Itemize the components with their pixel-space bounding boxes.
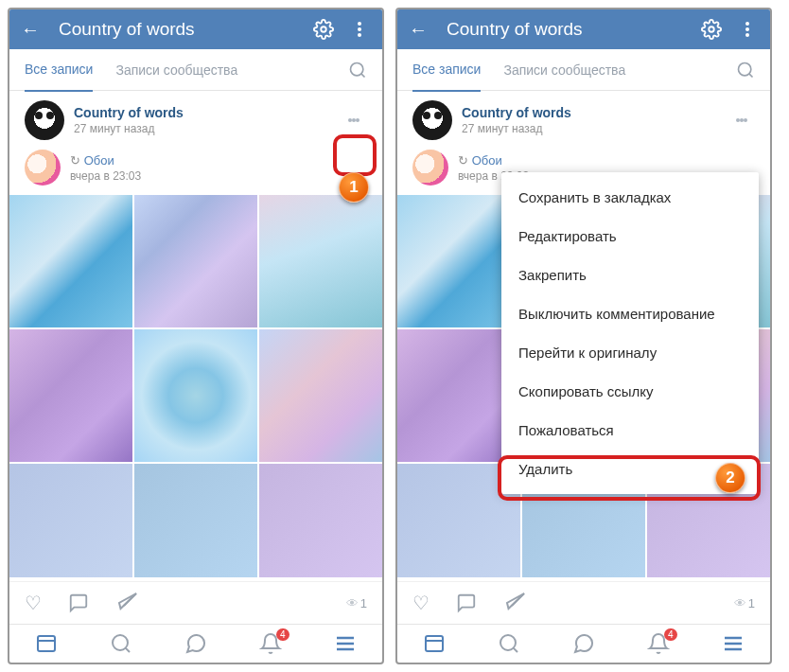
image-gallery[interactable] bbox=[9, 195, 382, 577]
gear-icon[interactable] bbox=[700, 18, 723, 41]
svg-point-5 bbox=[739, 62, 751, 75]
post-actions: ♡ 1 bbox=[397, 581, 770, 624]
svg-point-3 bbox=[113, 635, 128, 650]
share-icon[interactable] bbox=[115, 592, 138, 614]
menu-disable-comments[interactable]: Выключить комментирование bbox=[501, 294, 759, 333]
nav-feed-icon[interactable] bbox=[35, 632, 58, 655]
views-count: 1 bbox=[346, 596, 367, 610]
phone-left: ← Country of words Все записи Записи соо… bbox=[8, 8, 384, 664]
comment-icon[interactable] bbox=[68, 592, 89, 613]
nav-search-icon[interactable] bbox=[498, 632, 520, 655]
nav-menu-icon[interactable] bbox=[722, 632, 745, 655]
comment-icon[interactable] bbox=[456, 592, 477, 613]
repost-time: вчера в 23:03 bbox=[70, 169, 141, 183]
avatar[interactable] bbox=[412, 100, 452, 140]
tab-all-posts[interactable]: Все записи bbox=[25, 48, 93, 92]
svg-point-1 bbox=[351, 62, 363, 75]
post-author[interactable]: Country of words bbox=[462, 105, 728, 120]
app-header: ← Country of words bbox=[397, 9, 770, 49]
nav-search-icon[interactable] bbox=[110, 632, 132, 655]
tab-community-posts[interactable]: Записи сообщества bbox=[115, 49, 237, 91]
callout-1: 1 bbox=[339, 172, 369, 203]
tabs-bar: Все записи Записи сообщества bbox=[397, 49, 770, 91]
tab-community-posts[interactable]: Записи сообщества bbox=[503, 49, 625, 91]
bottom-nav: 4 bbox=[9, 624, 382, 663]
repost-avatar[interactable] bbox=[412, 150, 448, 186]
notifications-badge: 4 bbox=[664, 628, 677, 641]
like-icon[interactable]: ♡ bbox=[25, 592, 42, 614]
notifications-badge: 4 bbox=[276, 628, 289, 641]
repost-avatar[interactable] bbox=[25, 150, 61, 186]
svg-point-7 bbox=[500, 635, 516, 650]
tabs-bar: Все записи Записи сообщества bbox=[9, 49, 382, 91]
post-author[interactable]: Country of words bbox=[74, 105, 341, 120]
menu-goto-original[interactable]: Перейти к оригиналу bbox=[501, 333, 759, 372]
menu-pin[interactable]: Закрепить bbox=[501, 256, 759, 294]
header-title: Country of words bbox=[59, 19, 299, 40]
views-count: 1 bbox=[734, 596, 755, 610]
repost-label[interactable]: Обои bbox=[458, 153, 529, 168]
post-time: 27 минут назад bbox=[74, 122, 341, 135]
post-more-icon[interactable] bbox=[728, 113, 755, 128]
callout-2: 2 bbox=[715, 463, 745, 493]
more-vertical-icon[interactable] bbox=[348, 18, 371, 41]
post-actions: ♡ 1 bbox=[9, 581, 382, 624]
share-icon[interactable] bbox=[503, 592, 526, 614]
avatar[interactable] bbox=[25, 100, 64, 140]
app-header: ← Country of words bbox=[9, 9, 382, 49]
svg-rect-6 bbox=[426, 636, 443, 651]
gear-icon[interactable] bbox=[312, 18, 335, 41]
svg-rect-2 bbox=[38, 636, 55, 651]
nav-notifications-icon[interactable]: 4 bbox=[647, 632, 670, 655]
repost: Обои вчера в 23:03 bbox=[25, 150, 367, 186]
menu-edit[interactable]: Редактировать bbox=[501, 217, 759, 256]
search-icon[interactable] bbox=[348, 61, 367, 80]
search-icon[interactable] bbox=[736, 61, 755, 80]
post-more-icon[interactable] bbox=[341, 113, 367, 128]
nav-messages-icon[interactable] bbox=[184, 632, 207, 655]
menu-report[interactable]: Пожаловаться bbox=[501, 411, 759, 450]
post-time: 27 минут назад bbox=[462, 122, 728, 135]
repost-label[interactable]: Обои bbox=[70, 153, 141, 168]
nav-menu-icon[interactable] bbox=[334, 632, 357, 655]
back-icon[interactable]: ← bbox=[21, 19, 40, 41]
nav-feed-icon[interactable] bbox=[423, 632, 446, 655]
like-icon[interactable]: ♡ bbox=[412, 592, 430, 614]
phone-right: ← Country of words Все записи Записи соо… bbox=[395, 8, 772, 664]
header-title: Country of words bbox=[447, 19, 687, 40]
svg-point-0 bbox=[321, 27, 326, 32]
back-icon[interactable]: ← bbox=[409, 19, 428, 41]
nav-notifications-icon[interactable]: 4 bbox=[259, 632, 282, 655]
post: Country of words 27 минут назад Обои вче… bbox=[9, 91, 382, 577]
tab-all-posts[interactable]: Все записи bbox=[412, 48, 481, 92]
nav-messages-icon[interactable] bbox=[572, 632, 595, 655]
post-context-menu: Сохранить в закладках Редактировать Закр… bbox=[501, 172, 759, 494]
menu-bookmark[interactable]: Сохранить в закладках bbox=[501, 178, 759, 217]
menu-copy-link[interactable]: Скопировать ссылку bbox=[501, 372, 759, 411]
svg-point-4 bbox=[709, 27, 714, 32]
bottom-nav: 4 bbox=[397, 624, 770, 663]
more-vertical-icon[interactable] bbox=[736, 18, 759, 41]
